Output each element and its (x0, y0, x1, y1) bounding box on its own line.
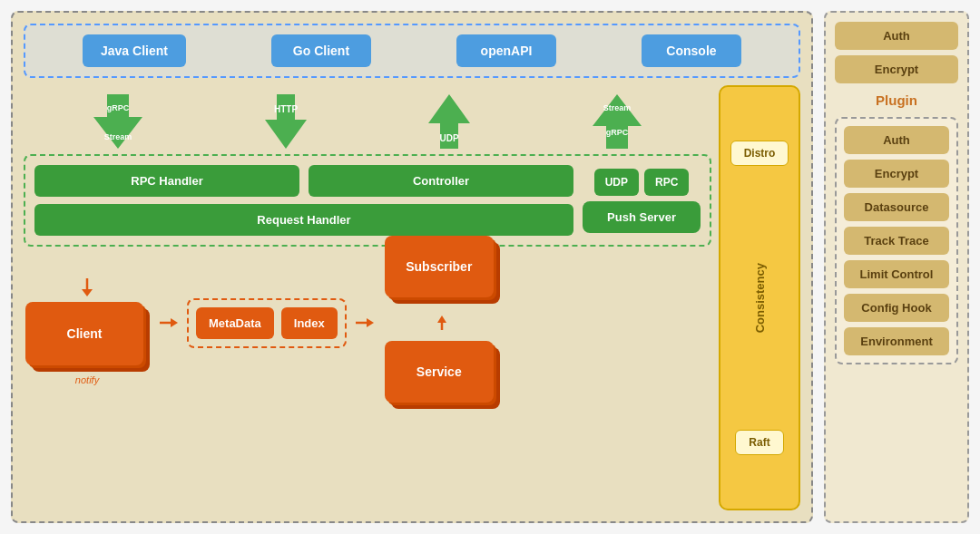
right-panel: Auth Encrypt Plugin Auth Encrypt Datasou… (824, 11, 969, 523)
console-btn[interactable]: Console (642, 34, 741, 67)
svg-marker-15 (367, 318, 374, 327)
top-auth-btn[interactable]: Auth (835, 22, 958, 50)
main-container: Java Client Go Client openAPI Console gR… (0, 0, 980, 534)
subscriber-btn[interactable]: Subscriber (385, 236, 494, 297)
top-encrypt-btn[interactable]: Encrypt (835, 55, 958, 83)
metadata-box: MetaData Index (187, 298, 347, 348)
clients-row: Java Client Go Client openAPI Console (24, 24, 800, 78)
push-server-btn[interactable]: Push Server (583, 201, 701, 233)
svg-text:gRPC: gRPC (107, 103, 130, 112)
middle-area: gRPC Stream HTTP (24, 85, 800, 510)
left-panel: Java Client Go Client openAPI Console gR… (11, 11, 813, 523)
svg-marker-13 (171, 318, 178, 327)
center-main: gRPC Stream HTTP (24, 85, 711, 510)
svg-text:Stream: Stream (104, 132, 132, 141)
http-arrow: HTTP (265, 94, 307, 149)
config-hook-btn[interactable]: Config Hook (844, 294, 949, 322)
handler-box: RPC Handler Controller Request Handler U… (24, 154, 711, 247)
subscriber-stack: Subscriber (383, 234, 501, 306)
openapi-btn[interactable]: openAPI (456, 34, 556, 67)
track-trace-btn[interactable]: Track Trace (844, 227, 949, 255)
handler-right: UDP RPC Push Server (583, 169, 701, 233)
svg-text:Stream: Stream (603, 103, 631, 112)
svg-marker-17 (437, 316, 446, 323)
service-btn[interactable]: Service (385, 341, 494, 403)
rpc-handler-btn[interactable]: RPC Handler (34, 165, 299, 197)
raft-btn[interactable]: Raft (735, 430, 783, 455)
svg-marker-7 (593, 94, 642, 149)
rpc-btn[interactable]: RPC (644, 169, 689, 196)
service-stack: Service (383, 339, 501, 412)
plugin-top-section: Auth Encrypt (835, 22, 958, 83)
svg-marker-11 (82, 289, 93, 296)
encrypt-btn[interactable]: Encrypt (844, 160, 949, 188)
svg-text:gRPC: gRPC (606, 128, 629, 137)
client-stack: Client (24, 300, 151, 373)
svg-marker-3 (265, 94, 307, 149)
index-btn[interactable]: Index (281, 307, 338, 339)
java-client-btn[interactable]: Java Client (83, 34, 186, 67)
grpc-stream-right-arrow: gRPC Stream (593, 94, 642, 149)
consistency-box: Distro Consistency Raft (719, 85, 800, 510)
udp-btn[interactable]: UDP (594, 169, 639, 196)
svg-text:HTTP: HTTP (274, 104, 298, 114)
distro-btn[interactable]: Distro (730, 141, 789, 166)
bottom-right-col: Subscriber Service (383, 234, 501, 412)
client-btn[interactable]: Client (25, 302, 143, 365)
consistency-label: Consistency (753, 263, 767, 333)
handler-right-top: UDP RPC (594, 169, 690, 196)
limit-control-btn[interactable]: Limit Control (844, 260, 949, 288)
metadata-btn[interactable]: MetaData (196, 307, 274, 339)
udp-arrow: UDP (428, 94, 470, 149)
notify-label: notify (75, 374, 99, 385)
datasource-btn[interactable]: Datasource (844, 193, 949, 221)
auth-btn[interactable]: Auth (844, 126, 949, 154)
environment-btn[interactable]: Environment (844, 327, 949, 355)
controller-btn[interactable]: Controller (309, 165, 573, 197)
arrows-row: gRPC Stream HTTP (24, 85, 711, 149)
grpc-stream-left-arrow: gRPC Stream (93, 94, 142, 149)
request-handler-btn[interactable]: Request Handler (34, 204, 573, 236)
plugin-label: Plugin (876, 92, 917, 108)
plugin-bottom-section: Auth Encrypt Datasource Track Trace Limi… (835, 117, 958, 364)
bottom-section: Client notify MetaData Index (24, 252, 711, 412)
svg-text:UDP: UDP (440, 133, 459, 143)
handler-left: RPC Handler Controller Request Handler (34, 165, 573, 236)
handler-top-row: RPC Handler Controller (34, 165, 573, 197)
go-client-btn[interactable]: Go Client (271, 34, 371, 67)
